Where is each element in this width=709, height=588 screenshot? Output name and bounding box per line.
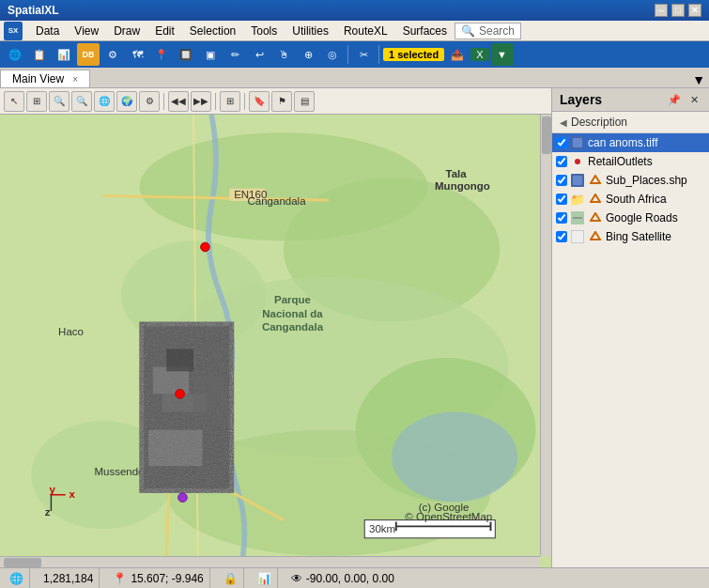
svg-marker-61 [591,213,600,221]
layer-checkbox-can-anoms[interactable] [556,137,567,148]
map-area[interactable]: ↖ ⊞ 🔍 🔍 🌐 🌍 ⚙ ◀◀ ▶▶ ⊞ 🔖 ⚑ ▤ [0,88,551,567]
tb-excel1[interactable]: X [470,48,488,61]
menu-selection[interactable]: Selection [182,23,243,39]
tb-icon4[interactable]: DB [77,43,100,66]
map-zoom-in[interactable]: 🔍 [49,91,69,112]
svg-point-37 [201,242,210,252]
layer-item-south-africa[interactable]: 📁 South Africa [552,190,709,209]
svg-text:30km: 30km [369,523,395,534]
map-flag[interactable]: ⚑ [271,91,292,112]
minimize-button[interactable]: ─ [655,4,668,17]
tab-close-btn[interactable]: × [72,74,78,85]
map-canvas[interactable]: EN160 EN149 EN149 Tala Mungongo Canganda… [0,115,540,556]
menu-draw[interactable]: Draw [106,23,147,39]
map-toolbar: ↖ ⊞ 🔍 🔍 🌐 🌍 ⚙ ◀◀ ▶▶ ⊞ 🔖 ⚑ ▤ [0,88,551,115]
search-label: Search [479,24,515,38]
map-select-tool[interactable]: ↖ [4,91,24,112]
layer-checkbox-bing-satellite[interactable] [556,231,567,242]
title-bar: SpatialXL ─ □ ✕ [0,0,709,21]
layer-name-south-africa: South Africa [606,193,705,206]
layers-close-btn[interactable]: ✕ [687,93,701,107]
layer-item-retail[interactable]: RetailOutlets [552,152,709,171]
menu-edit[interactable]: Edit [147,23,182,39]
map-globe-zoom[interactable]: 🌐 [94,91,115,112]
menu-bar: SX Data View Draw Edit Selection Tools U… [0,21,709,41]
tb-icon6[interactable]: 🗺 [126,43,148,66]
svg-text:© OpenStreetMap: © OpenStreetMap [405,511,492,522]
menu-utilities[interactable]: Utilities [285,23,336,39]
map-next[interactable]: ▶▶ [191,91,211,112]
layer-checkbox-retail[interactable] [556,156,567,167]
status-lock-section: 🔒 [218,568,244,588]
layers-header-controls: 📌 ✕ [665,93,701,107]
tb-icon15[interactable]: ✂ [352,43,375,66]
layer-item-google-roads[interactable]: Google Roads [552,209,709,227]
layer-item-sub-places[interactable]: Sub_Places.shp [552,171,709,190]
svg-point-38 [176,390,185,399]
layers-description: ◀ Description [552,112,709,133]
map-extra[interactable]: ▤ [294,91,315,112]
tb-icon13[interactable]: ⊕ [297,43,319,66]
layer-item-bing-satellite[interactable]: Bing Satellite [552,227,709,246]
status-coord-section: 1,281,184 [38,568,100,588]
tb-icon7[interactable]: 📍 [150,43,173,66]
tb-icon10[interactable]: ✏ [223,43,246,66]
map-horizontal-scrollbar[interactable] [0,556,540,567]
menu-data[interactable]: Data [28,23,67,39]
layer-item-can-anoms[interactable]: can anoms.tiff [552,133,709,152]
tb-icon11[interactable]: ↩ [248,43,270,66]
map-settings[interactable]: ⚙ [139,91,160,112]
maximize-button[interactable]: □ [671,4,685,17]
svg-text:x: x [69,488,76,500]
layer-checkbox-south-africa[interactable] [556,193,567,205]
search-icon: 🔍 [461,24,475,38]
status-chart-icon: 📊 [257,572,271,585]
tb-icon8[interactable]: 🔲 [175,43,197,66]
tb-icon12[interactable]: 🖱 [272,43,295,66]
svg-text:z: z [45,506,51,518]
map-bookmark[interactable]: 🔖 [249,91,270,112]
tab-dropdown-btn[interactable]: ▼ [692,72,705,87]
selection-badge: 1 selected [383,48,444,61]
map-vertical-scrollbar[interactable] [540,115,551,556]
layer-checkbox-sub-places[interactable] [556,175,567,186]
layers-list: can anoms.tiff RetailOutlets [552,133,709,567]
status-gps-icon: 📍 [113,572,127,585]
tb-icon14[interactable]: ◎ [321,43,344,66]
main-view-tab[interactable]: Main View × [0,70,90,87]
tb-icon1[interactable]: 🌐 [4,43,26,66]
layer-icon-south-africa: 📁 [570,192,585,207]
status-eye-icon: 👁 [291,572,302,585]
layers-collapse-arrow[interactable]: ◀ [560,117,567,128]
tb-icon3[interactable]: 📊 [53,43,75,66]
menu-routexl[interactable]: RouteXL [336,23,395,39]
svg-marker-58 [591,194,600,202]
layers-description-label: Description [571,116,627,129]
tb-icon9[interactable]: ▣ [199,43,222,66]
map-zoom-out[interactable]: 🔍 [71,91,92,112]
layer-icon-bing-satellite [570,229,585,244]
svg-point-54 [575,159,580,164]
layers-header: Layers 📌 ✕ [552,88,709,112]
layer-icon-google-roads [570,210,585,225]
layer-icon-south-africa-2 [588,192,603,207]
menu-view[interactable]: View [67,23,106,39]
tb-icon5[interactable]: ⚙ [101,43,124,66]
tb-excel-dropdown[interactable]: ▼ [491,43,514,66]
map-grid[interactable]: ⊞ [220,91,240,112]
app-logo: SX [4,22,23,40]
menu-surfaces[interactable]: Surfaces [395,23,455,39]
menu-tools[interactable]: Tools [243,23,285,39]
close-button[interactable]: ✕ [688,4,701,17]
layer-name-sub-places: Sub_Places.shp [606,174,705,187]
tb-export1[interactable]: 📤 [446,43,469,66]
map-globe-full[interactable]: 🌍 [116,91,137,112]
map-zoom-rect[interactable]: ⊞ [26,91,47,112]
layer-checkbox-google-roads[interactable] [556,212,567,224]
svg-text:Cangandala: Cangandala [248,195,307,207]
status-icon-section: 🌐 [4,568,30,588]
map-prev[interactable]: ◀◀ [168,91,189,112]
layers-pin-btn[interactable]: 📌 [665,93,684,107]
status-bar: 🌐 1,281,184 📍 15.607; -9.946 🔒 📊 👁 -90.0… [0,567,709,588]
tb-icon2[interactable]: 📋 [28,43,51,66]
